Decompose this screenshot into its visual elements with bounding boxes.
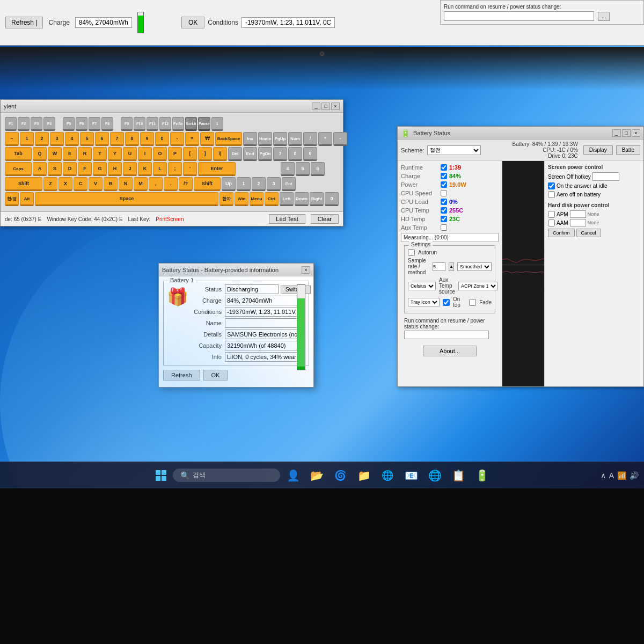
key-lbracket[interactable]: [ bbox=[183, 147, 197, 161]
taskbar-app-person[interactable]: 👤 bbox=[282, 465, 304, 486]
key-n[interactable]: N bbox=[119, 177, 133, 191]
key-semicolon[interactable]: ; bbox=[168, 162, 182, 176]
cpu-load-checkbox[interactable] bbox=[441, 199, 447, 205]
key-pipe[interactable]: \| bbox=[213, 147, 227, 161]
key-han[interactable]: 한/영 bbox=[5, 192, 19, 206]
key-backslash[interactable]: ₩ bbox=[200, 132, 214, 146]
battery-close[interactable]: × bbox=[632, 129, 640, 137]
key-num5[interactable]: 5 bbox=[296, 162, 310, 176]
power-checkbox[interactable] bbox=[441, 181, 447, 188]
key-num4[interactable]: 4 bbox=[281, 162, 295, 176]
key-6[interactable]: 6 bbox=[95, 132, 109, 146]
run-command-input-top[interactable] bbox=[444, 11, 594, 21]
key-menu[interactable]: Menu bbox=[250, 192, 264, 206]
key-x[interactable]: X bbox=[58, 177, 72, 191]
key-f11[interactable]: F11 bbox=[147, 117, 158, 131]
key-4[interactable]: 4 bbox=[65, 132, 79, 146]
key-down[interactable]: Down bbox=[295, 192, 309, 206]
key-num6[interactable]: 6 bbox=[311, 162, 325, 176]
cancel-btn[interactable]: Cancel bbox=[576, 229, 601, 237]
key-quote[interactable]: ' bbox=[183, 162, 197, 176]
key-1-numpad[interactable]: 1 bbox=[211, 117, 223, 131]
charge-checkbox[interactable] bbox=[441, 173, 447, 179]
key-rbracket[interactable]: ] bbox=[198, 147, 212, 161]
key-5[interactable]: 5 bbox=[80, 132, 94, 146]
key-lalt[interactable]: Alt bbox=[20, 192, 34, 206]
key-num1[interactable]: 1 bbox=[237, 177, 251, 191]
method-select[interactable]: Smoothed bbox=[457, 262, 492, 271]
key-del[interactable]: Del bbox=[228, 147, 242, 161]
tray-chevron-icon[interactable]: ∧ bbox=[601, 471, 606, 480]
aux-zone-select[interactable]: ACPI Zone 1 bbox=[458, 282, 498, 290]
aam-input[interactable] bbox=[570, 219, 586, 226]
key-f7[interactable]: F7 bbox=[89, 117, 100, 131]
key-numminus[interactable]: - bbox=[333, 132, 347, 146]
key-numstar[interactable]: * bbox=[318, 132, 332, 146]
key-num9[interactable]: 9 bbox=[303, 147, 317, 161]
taskbar-app-notes[interactable]: 📋 bbox=[448, 465, 469, 486]
autorun-checkbox[interactable] bbox=[408, 249, 415, 256]
runtime-checkbox[interactable] bbox=[441, 164, 447, 171]
aam-checkbox[interactable] bbox=[548, 219, 555, 226]
battery-maximize[interactable]: □ bbox=[622, 129, 631, 137]
key-caps[interactable]: Caps bbox=[5, 162, 32, 176]
scheme-select[interactable]: 절전 bbox=[427, 145, 481, 155]
taskbar-app-battery-tray[interactable]: 🔋 bbox=[471, 465, 493, 486]
key-period[interactable]: . bbox=[164, 177, 178, 191]
key-f[interactable]: F bbox=[78, 162, 92, 176]
key-home[interactable]: Home bbox=[258, 132, 272, 146]
key-enter[interactable]: Enter bbox=[198, 162, 236, 176]
apm-checkbox[interactable] bbox=[548, 211, 555, 218]
key-equals[interactable]: = bbox=[185, 132, 199, 146]
key-f3[interactable]: F3 bbox=[31, 117, 42, 131]
key-f8[interactable]: F8 bbox=[101, 117, 113, 131]
key-space[interactable]: Space bbox=[35, 192, 218, 206]
key-i[interactable]: I bbox=[138, 147, 152, 161]
key-slash-q[interactable]: /? bbox=[179, 177, 193, 191]
key-ctrl[interactable]: Ctrl bbox=[265, 192, 279, 206]
key-z[interactable]: Z bbox=[43, 177, 57, 191]
key-k[interactable]: K bbox=[138, 162, 152, 176]
key-f5[interactable]: F5 bbox=[63, 117, 75, 131]
taskbar-app-mail[interactable]: 📧 bbox=[400, 465, 422, 486]
aux-temp-checkbox[interactable] bbox=[441, 224, 447, 231]
key-num3[interactable]: 3 bbox=[267, 177, 281, 191]
key-comma[interactable]: , bbox=[149, 177, 163, 191]
tray-wifi-icon[interactable]: 📶 bbox=[617, 471, 626, 480]
hd-temp-checkbox[interactable] bbox=[441, 216, 447, 222]
key-up[interactable]: Up bbox=[222, 177, 236, 191]
key-m[interactable]: M bbox=[134, 177, 148, 191]
sample-rate-input[interactable] bbox=[433, 262, 445, 271]
tray-sound-icon[interactable]: 🔊 bbox=[630, 471, 639, 480]
sample-rate-up[interactable]: ▲ bbox=[449, 262, 454, 271]
resume-input[interactable] bbox=[404, 331, 489, 339]
key-c[interactable]: C bbox=[74, 177, 87, 191]
key-pause[interactable]: Pause bbox=[198, 117, 210, 131]
key-num7[interactable]: 7 bbox=[273, 147, 287, 161]
clear-button[interactable]: Clear bbox=[311, 214, 339, 224]
battery-minimize[interactable]: _ bbox=[612, 129, 621, 137]
apm-input[interactable] bbox=[570, 210, 586, 218]
key-left[interactable]: Left bbox=[280, 192, 294, 206]
key-j[interactable]: J bbox=[123, 162, 137, 176]
key-f10[interactable]: F10 bbox=[134, 117, 145, 131]
key-num[interactable]: Num bbox=[288, 132, 302, 146]
key-o[interactable]: O bbox=[153, 147, 167, 161]
key-ins[interactable]: Ins bbox=[243, 132, 257, 146]
cpu-temp-checkbox[interactable] bbox=[441, 207, 447, 214]
minimize-button[interactable]: _ bbox=[312, 103, 320, 110]
tray-keyboard-icon[interactable]: A bbox=[609, 471, 614, 480]
key-8[interactable]: 8 bbox=[125, 132, 139, 146]
key-backspace[interactable]: BackSpace bbox=[215, 132, 242, 146]
key-minus[interactable]: - bbox=[170, 132, 184, 146]
close-button[interactable]: × bbox=[331, 103, 340, 110]
key-end[interactable]: End bbox=[243, 147, 257, 161]
key-r[interactable]: R bbox=[78, 147, 92, 161]
on-top-checkbox[interactable] bbox=[443, 299, 450, 306]
refresh-button[interactable]: Refresh | bbox=[5, 17, 43, 28]
key-pgup[interactable]: PgUp bbox=[273, 132, 287, 146]
key-num0[interactable]: 0 bbox=[325, 192, 339, 206]
screen-overlay-checkbox[interactable] bbox=[548, 182, 555, 189]
tray-icon-select[interactable]: Tray icon bbox=[408, 298, 440, 306]
key-a[interactable]: A bbox=[33, 162, 47, 176]
